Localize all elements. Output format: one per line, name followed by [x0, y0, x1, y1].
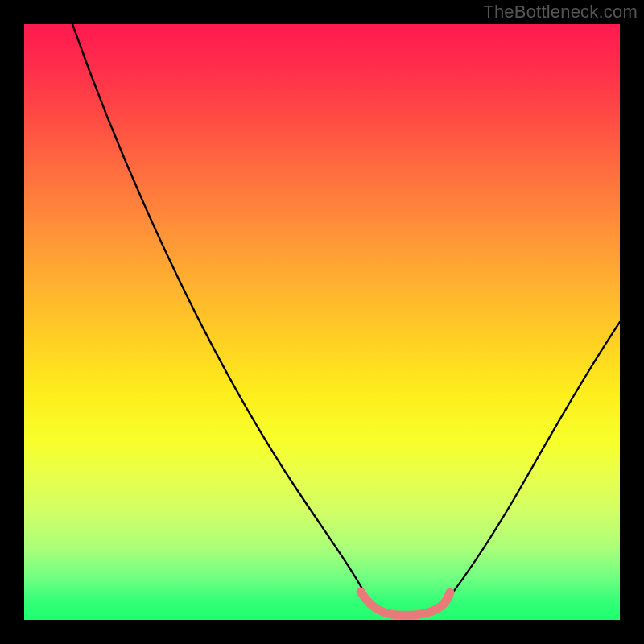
watermark-text: TheBottleneck.com — [483, 2, 638, 23]
left-curve — [72, 24, 370, 604]
curve-layer — [24, 24, 620, 620]
plot-area — [24, 24, 620, 620]
right-curve — [444, 322, 620, 604]
pink-highlight-segment — [361, 592, 450, 615]
chart-frame: TheBottleneck.com — [0, 0, 644, 644]
